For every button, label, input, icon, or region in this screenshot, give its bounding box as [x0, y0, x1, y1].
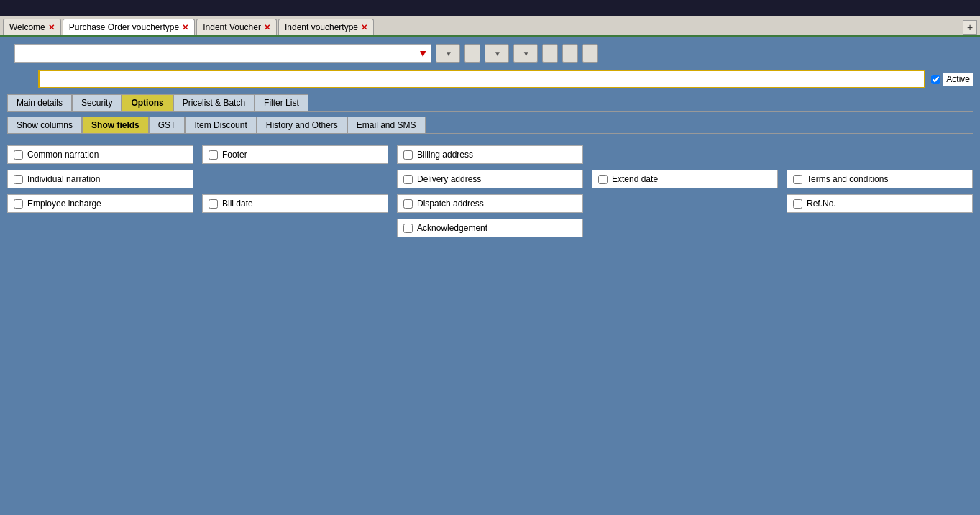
field-empty-col5-row4-empty: [787, 219, 973, 237]
field-item-ref-no[interactable]: Ref.No.: [787, 194, 973, 213]
checkbox-extend-date[interactable]: [598, 175, 608, 184]
nav-tabs: Main details Security Options Pricelist …: [7, 94, 973, 112]
label-acknowledgement[interactable]: Acknowledgement: [417, 223, 487, 233]
tab-po-close[interactable]: ✕: [182, 23, 188, 32]
checkbox-billing-address[interactable]: [403, 150, 413, 160]
tab-add-button[interactable]: +: [963, 20, 977, 35]
undo-button[interactable]: [542, 44, 558, 63]
checkbox-individual-narration[interactable]: [14, 175, 23, 184]
tab-welcome-close[interactable]: ✕: [48, 23, 55, 32]
active-wrap: Active: [931, 73, 973, 86]
sub-tab-item-discount[interactable]: Item Discount: [185, 117, 256, 133]
audit-button[interactable]: [562, 44, 578, 63]
toolbar: ▼ ▼ ▼ ▼: [7, 44, 973, 63]
field-empty-col4-row4-empty: [592, 219, 778, 237]
checkbox-delivery-address[interactable]: [403, 175, 413, 184]
field-item-common-narration[interactable]: Common narration: [7, 145, 193, 164]
authorise-button[interactable]: ▼: [513, 44, 538, 63]
checkbox-employee-incharge[interactable]: [14, 199, 23, 209]
name-row: Active: [7, 70, 973, 88]
label-footer[interactable]: Footer: [222, 150, 247, 160]
field-empty-col2-row4-empty: [202, 219, 388, 237]
save-draft-arrow-icon: ▼: [494, 50, 501, 58]
field-item-footer[interactable]: Footer: [202, 145, 388, 164]
label-individual-narration[interactable]: Individual narration: [27, 174, 100, 184]
label-dispatch-address[interactable]: Dispatch address: [417, 199, 484, 209]
label-extend-date[interactable]: Extend date: [612, 174, 658, 184]
tab-indent-vouchertype-close[interactable]: ✕: [361, 23, 367, 32]
name-input[interactable]: [38, 70, 925, 88]
tab-pricelist-batch[interactable]: Pricelist & Batch: [173, 94, 255, 111]
checkbox-common-narration[interactable]: [14, 150, 23, 160]
tab-main-details[interactable]: Main details: [7, 94, 72, 111]
checkbox-ref-no[interactable]: [793, 199, 802, 209]
checkbox-footer[interactable]: [209, 150, 218, 160]
field-item-employee-incharge[interactable]: Employee incharge: [7, 194, 193, 213]
fields-grid: Common narrationFooterBilling addressInd…: [7, 142, 973, 240]
tab-indent-voucher[interactable]: Indent Voucher ✕: [196, 19, 277, 35]
label-billing-address[interactable]: Billing address: [417, 150, 473, 160]
tab-welcome[interactable]: Welcome ✕: [3, 19, 61, 35]
label-ref-no[interactable]: Ref.No.: [807, 199, 836, 209]
tab-bar: Welcome ✕ Purchase Order vouchertype ✕ I…: [0, 16, 980, 37]
field-empty-col1-row4-empty: [7, 219, 193, 237]
main-content: ▼ ▼ ▼ ▼ Active: [0, 37, 980, 513]
tab-po-label: Purchase Order vouchertype: [69, 22, 179, 32]
tab-filter-list[interactable]: Filter List: [255, 94, 308, 111]
label-delivery-address[interactable]: Delivery address: [417, 174, 481, 184]
sub-tab-show-columns[interactable]: Show columns: [7, 117, 82, 133]
active-checkbox[interactable]: [931, 75, 940, 84]
field-empty-col5-row1-empty: [787, 145, 973, 164]
sub-tab-email-sms[interactable]: Email and SMS: [347, 117, 426, 133]
tab-options[interactable]: Options: [122, 94, 173, 111]
tab-indent-voucher-label: Indent Voucher: [203, 22, 261, 32]
label-terms-conditions[interactable]: Terms and conditions: [807, 174, 888, 184]
label-employee-incharge[interactable]: Employee incharge: [27, 199, 101, 209]
search-dropdown-button[interactable]: ▼: [418, 47, 428, 59]
checkbox-terms-conditions[interactable]: [793, 175, 802, 184]
sub-tab-gst[interactable]: GST: [149, 117, 186, 133]
new-button[interactable]: ▼: [436, 44, 460, 63]
checkbox-dispatch-address[interactable]: [403, 199, 413, 209]
tab-po-vouchertype[interactable]: Purchase Order vouchertype ✕: [63, 19, 195, 35]
tab-security[interactable]: Security: [72, 94, 122, 111]
label-bill-date[interactable]: Bill date: [222, 199, 253, 209]
field-item-billing-address[interactable]: Billing address: [397, 145, 583, 164]
field-item-delivery-address[interactable]: Delivery address: [397, 170, 583, 188]
field-empty-col4-row1-empty: [592, 145, 778, 164]
save-as-draft-button[interactable]: ▼: [485, 44, 509, 63]
new-arrow-icon: ▼: [445, 50, 452, 58]
sub-tab-history-others[interactable]: History and Others: [257, 117, 347, 133]
label-common-narration[interactable]: Common narration: [27, 150, 99, 160]
tab-welcome-label: Welcome: [9, 22, 45, 32]
tab-indent-vouchertype-label: Indent vouchertype: [285, 22, 358, 32]
field-item-terms-conditions[interactable]: Terms and conditions: [787, 170, 973, 188]
field-item-dispatch-address[interactable]: Dispatch address: [397, 194, 583, 213]
field-empty-col2-row2-empty: [202, 170, 388, 188]
field-item-bill-date[interactable]: Bill date: [202, 194, 388, 213]
field-empty-col4-row3-empty: [592, 194, 778, 213]
tab-indent-voucher-close[interactable]: ✕: [264, 23, 270, 32]
field-item-acknowledgement[interactable]: Acknowledgement: [397, 219, 583, 237]
edit-button[interactable]: [464, 44, 480, 63]
checkbox-acknowledgement[interactable]: [403, 224, 413, 233]
template-button[interactable]: [582, 44, 598, 63]
tab-indent-vouchertype[interactable]: Indent vouchertype ✕: [278, 19, 374, 35]
search-input[interactable]: [18, 48, 418, 58]
sub-tab-show-fields[interactable]: Show fields: [82, 117, 149, 133]
active-label[interactable]: Active: [943, 73, 973, 86]
sub-tabs: Show columns Show fields GST Item Discou…: [7, 117, 973, 134]
checkbox-bill-date[interactable]: [209, 199, 218, 209]
authorise-arrow-icon: ▼: [523, 50, 530, 58]
title-bar: [0, 0, 980, 16]
field-item-individual-narration[interactable]: Individual narration: [7, 170, 193, 188]
search-box: ▼: [14, 44, 431, 63]
field-item-extend-date[interactable]: Extend date: [592, 170, 778, 188]
